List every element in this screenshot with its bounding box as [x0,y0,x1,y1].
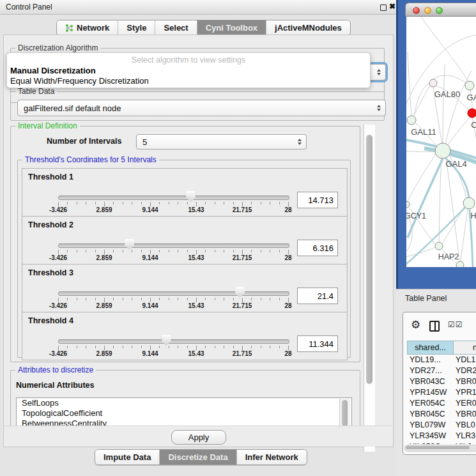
combo-arrows-icon [377,105,381,111]
network-node[interactable] [463,197,475,209]
checkbox-icons[interactable]: ☑☑ [448,320,463,329]
network-node-label: GAL4 [445,159,466,169]
table-row[interactable]: YBR043CYBR0 [403,376,476,387]
network-node[interactable] [435,143,450,158]
attributes-scrollbar-thumb[interactable] [342,400,348,427]
slider-thumb[interactable] [125,239,134,250]
table-row[interactable]: YBR045CYBR0 [403,409,476,420]
tab-infer-network[interactable]: Infer Network [237,450,307,464]
threshold-row: Threshold 3 21.4 -3.4262.8599.14415.4321… [22,264,348,312]
table-row[interactable]: YIL052CYIL0 [403,441,476,444]
network-canvas[interactable]: GAL80GAGAL11CGAL4GCY1HHAP2 [406,17,476,267]
attribute-list-item[interactable]: SelfLoops [17,398,351,408]
table-data-combo[interactable]: galFiltered.sif default node [17,100,386,116]
network-edge[interactable] [408,154,436,201]
tab-network[interactable]: Network [57,20,118,35]
slider-scale-label: 21.715 [223,254,261,261]
network-edge[interactable] [413,86,430,116]
tab-discretize-data[interactable]: Discretize Data [160,450,236,464]
table-h-scrollbar-thumb[interactable] [406,446,470,449]
network-edge[interactable] [461,209,468,261]
interval-definition-group: Interval Definition Number of Intervals … [10,126,360,362]
tab-cyni-toolbox[interactable]: Cyni Toolbox [197,20,266,35]
slider-tick [113,298,114,300]
table-row[interactable]: YPR145WYPR1 [403,387,476,398]
network-node-label: GAL11 [411,127,436,137]
gear-icon[interactable]: ⚙ [411,318,420,332]
zoom-traffic-light-icon[interactable] [436,7,443,14]
tab-jactivemnodules[interactable]: jActiveMNodules [266,20,350,35]
slider-tick [95,346,96,348]
slider-tick [178,250,178,252]
slider-thumb[interactable] [186,191,196,202]
slider-tick [233,202,234,204]
group-title-discretization-algorithm: Discretization Algorithm [15,43,100,52]
popup-item-1[interactable]: Equal Width/Frequency Discretization [10,76,367,86]
columns-icon[interactable] [429,321,440,332]
column-header-shared-name[interactable]: shared... [407,341,454,355]
slider-tick [123,250,123,252]
slider-scale-label: 28 [269,254,307,261]
slider-track[interactable] [58,339,289,344]
table-row[interactable]: YBL079WYBL0 [403,420,476,431]
panel-scrollbar-thumb[interactable] [366,135,372,384]
network-edge[interactable] [439,158,441,242]
network-edge[interactable] [443,65,445,143]
threshold-row: Threshold 2 6.316 -3.4262.8599.14415.432… [22,216,348,265]
table-row[interactable]: YDL19...YDL1 [403,355,476,365]
column-header-name[interactable]: n [453,341,476,355]
network-node[interactable] [406,201,410,208]
group-title-table-data: Table Data [15,87,57,96]
network-edge[interactable] [406,35,476,112]
close-traffic-light-icon[interactable] [413,7,420,14]
panel-scrollbar[interactable] [364,125,375,452]
tab-style[interactable]: Style [118,20,155,35]
network-edge[interactable] [419,17,468,82]
network-edge[interactable] [408,52,411,116]
table-row[interactable]: YER054CYER0 [403,398,476,409]
slider-tick [104,250,105,254]
popup-item-0[interactable]: Manual Discretization [10,66,367,76]
table-cell: YLR3 [456,431,475,440]
table-row[interactable]: YLR345WYLR3 [403,431,476,441]
attribute-list-item[interactable]: TopologicalCoefficient [17,408,351,418]
close-icon[interactable]: ✖ [389,2,395,11]
slider-track[interactable] [58,243,289,248]
slider-scale-label: 15.43 [177,302,215,309]
number-of-intervals-combo[interactable]: 5 [136,134,307,150]
numerical-attributes-list[interactable]: SelfLoopsTopologicalCoefficientBetweenne… [16,397,352,429]
network-node[interactable] [429,79,437,87]
table-cell: YDR2 [456,366,476,375]
slider-scale-label: 9.144 [131,302,169,309]
slider-thumb[interactable] [162,335,171,346]
minimize-traffic-light-icon[interactable] [424,7,431,14]
network-node-selected[interactable] [468,109,476,118]
network-view-frame: GAL80GAGAL11CGAL4GCY1HHAP2 [396,0,476,289]
network-node[interactable] [407,116,416,125]
network-node[interactable] [435,242,443,250]
network-edge[interactable] [414,83,432,116]
tab-select[interactable]: Select [155,20,197,35]
apply-button[interactable]: Apply [171,430,226,445]
network-edge[interactable] [433,75,466,83]
network-edge[interactable] [406,247,435,257]
float-window-icon[interactable] [380,4,387,11]
slider-tick [58,202,59,206]
slider-tick [205,298,206,300]
network-edge[interactable] [446,158,459,260]
slider-scale-label: 2.859 [85,302,123,309]
slider-track[interactable] [58,196,289,200]
table-row[interactable]: YDR27...YDR2 [403,365,476,376]
tab-impute-data[interactable]: Impute Data [95,450,160,464]
slider-track[interactable] [58,291,289,296]
table-h-scrollbar[interactable] [404,445,476,452]
network-node[interactable] [465,81,474,90]
slider-tick [132,346,132,348]
attributes-scrollbar[interactable] [339,399,350,428]
network-window-titlebar[interactable] [405,3,476,17]
slider-tick [159,202,160,204]
slider-tick [169,346,169,348]
network-node[interactable] [456,261,464,267]
slider-tick [150,298,151,302]
slider-thumb[interactable] [235,287,245,298]
